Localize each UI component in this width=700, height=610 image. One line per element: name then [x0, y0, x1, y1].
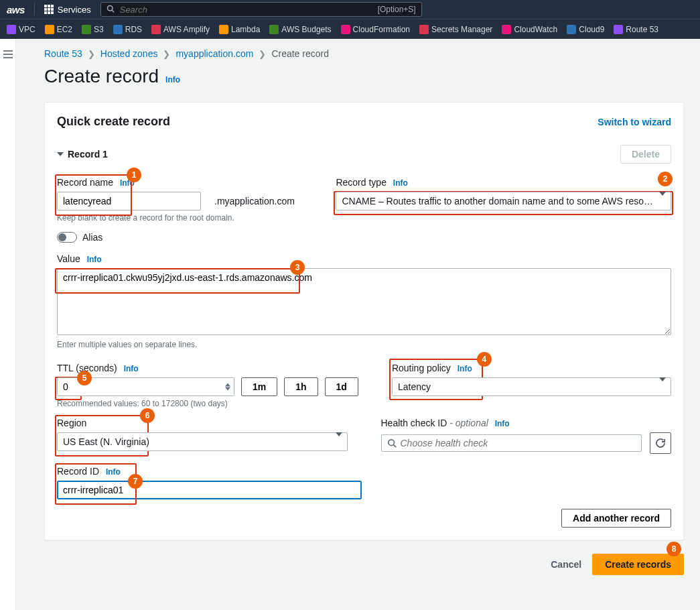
service-nav-item[interactable]: AWS Amplify: [151, 25, 210, 34]
page-title: Create record: [44, 66, 159, 86]
global-search-input[interactable]: [120, 5, 372, 15]
service-nav-item[interactable]: EC2: [45, 25, 72, 34]
svg-point-5: [388, 440, 394, 446]
page-header: Create record Info: [44, 66, 684, 87]
service-nav-item[interactable]: Lambda: [219, 25, 260, 34]
service-icon: [419, 25, 429, 34]
global-search[interactable]: [Option+S]: [100, 2, 422, 17]
global-top-bar: aws Services [Option+S]: [0, 0, 700, 19]
record-id-input[interactable]: [57, 481, 362, 499]
value-hint: Enter multiple values on separate lines.: [57, 340, 671, 349]
cancel-button[interactable]: Cancel: [551, 559, 581, 570]
region-label: Region: [57, 418, 348, 428]
service-nav: VPCEC2S3RDSAWS AmplifyLambdaAWS BudgetsC…: [0, 19, 700, 39]
create-records-button[interactable]: Create records: [592, 554, 684, 575]
service-nav-item[interactable]: S3: [82, 25, 104, 34]
search-shortcut: [Option+S]: [378, 5, 416, 14]
ttl-preset-1h[interactable]: 1h: [284, 377, 318, 396]
caret-down-icon: [57, 152, 64, 156]
refresh-health-checks-button[interactable]: [650, 432, 671, 454]
ttl-preset-1m[interactable]: 1m: [241, 377, 277, 396]
step-badge-1: 1: [127, 168, 141, 182]
service-nav-item[interactable]: RDS: [113, 25, 142, 34]
bento-icon: [44, 5, 54, 14]
record-1-toggle[interactable]: Record 1: [57, 149, 108, 160]
aws-logo[interactable]: aws: [7, 4, 25, 15]
health-check-select[interactable]: [381, 434, 642, 452]
ttl-info[interactable]: Info: [124, 364, 139, 373]
search-icon: [387, 438, 397, 448]
ttl-label: TTL (seconds) Info: [57, 363, 358, 373]
service-nav-item[interactable]: VPC: [7, 25, 36, 34]
step-badge-3: 3: [290, 260, 305, 275]
region-select[interactable]: US East (N. Virginia): [57, 432, 348, 451]
step-badge-6: 6: [140, 408, 155, 423]
quick-create-panel: Quick create record Switch to wizard Rec…: [44, 102, 684, 540]
breadcrumb-route53[interactable]: Route 53: [44, 48, 82, 59]
breadcrumb-current: Create record: [271, 48, 329, 59]
step-badge-8: 8: [667, 542, 681, 556]
chevron-right-icon: ❯: [259, 49, 266, 59]
service-icon: [341, 25, 350, 34]
chevron-right-icon: ❯: [88, 49, 95, 59]
service-icon: [269, 25, 279, 34]
service-nav-item[interactable]: Secrets Manager: [419, 25, 492, 34]
service-icon: [151, 25, 161, 34]
health-check-info[interactable]: Info: [495, 419, 510, 428]
step-badge-2: 2: [658, 172, 673, 186]
panel-title: Quick create record: [57, 115, 170, 129]
health-check-input[interactable]: [401, 438, 636, 448]
record-name-input[interactable]: [57, 192, 201, 210]
service-icon: [7, 25, 16, 34]
service-icon: [82, 25, 91, 34]
page-title-info[interactable]: Info: [165, 75, 180, 84]
service-nav-item[interactable]: CloudFormation: [341, 25, 410, 34]
service-icon: [45, 25, 54, 34]
record-type-select[interactable]: CNAME – Routes traffic to another domain…: [336, 192, 671, 210]
service-icon: [219, 25, 228, 34]
service-nav-item[interactable]: AWS Budgets: [269, 25, 331, 34]
ttl-hint: Recommended values: 60 to 172800 (two da…: [57, 399, 358, 408]
routing-policy-label: Routing policy Info: [392, 363, 671, 373]
breadcrumb-hosted-zones[interactable]: Hosted zones: [100, 48, 158, 59]
record-type-info[interactable]: Info: [393, 178, 408, 188]
search-icon: [107, 5, 115, 15]
breadcrumb: Route 53 ❯ Hosted zones ❯ myapplication.…: [44, 48, 684, 59]
delete-record-button[interactable]: Delete: [620, 145, 671, 164]
add-another-record-button[interactable]: Add another record: [561, 509, 671, 528]
value-textarea[interactable]: crrr-irreplica01.ckwu95yj2jxd.us-east-1.…: [57, 268, 671, 335]
svg-line-1: [112, 10, 114, 12]
sidebar-toggle[interactable]: [0, 39, 16, 610]
record-name-suffix: .myapplication.com: [201, 196, 295, 206]
record-name-hint: Keep blank to create a record for the ro…: [57, 213, 302, 223]
service-nav-item[interactable]: Cloud9: [567, 25, 604, 34]
service-icon: [113, 25, 123, 34]
step-badge-5: 5: [77, 371, 92, 385]
service-icon: [614, 25, 623, 34]
value-label: Value Info: [57, 253, 671, 264]
step-badge-4: 4: [477, 352, 492, 367]
svg-line-6: [393, 445, 396, 448]
service-icon: [502, 25, 511, 34]
record-id-label: Record ID Info: [57, 466, 671, 477]
services-menu[interactable]: Services: [44, 5, 91, 15]
value-info[interactable]: Info: [87, 255, 102, 264]
breadcrumb-domain[interactable]: myapplication.com: [176, 48, 253, 59]
record-id-info[interactable]: Info: [106, 467, 121, 477]
alias-label: Alias: [82, 232, 102, 243]
routing-policy-info[interactable]: Info: [458, 364, 472, 373]
service-nav-item[interactable]: CloudWatch: [502, 25, 557, 34]
chevron-right-icon: ❯: [163, 49, 170, 59]
switch-to-wizard[interactable]: Switch to wizard: [598, 117, 671, 127]
service-nav-item[interactable]: Route 53: [614, 25, 658, 34]
svg-point-0: [107, 5, 113, 11]
refresh-icon: [655, 438, 666, 448]
routing-policy-select[interactable]: Latency: [392, 377, 671, 396]
divider: [34, 3, 35, 15]
step-badge-7: 7: [128, 474, 143, 489]
health-check-label: Health check ID - optional Info: [381, 418, 672, 428]
record-type-label: Record type Info: [336, 177, 671, 188]
alias-toggle[interactable]: [57, 232, 77, 243]
service-icon: [567, 25, 576, 34]
ttl-preset-1d[interactable]: 1d: [325, 377, 358, 396]
